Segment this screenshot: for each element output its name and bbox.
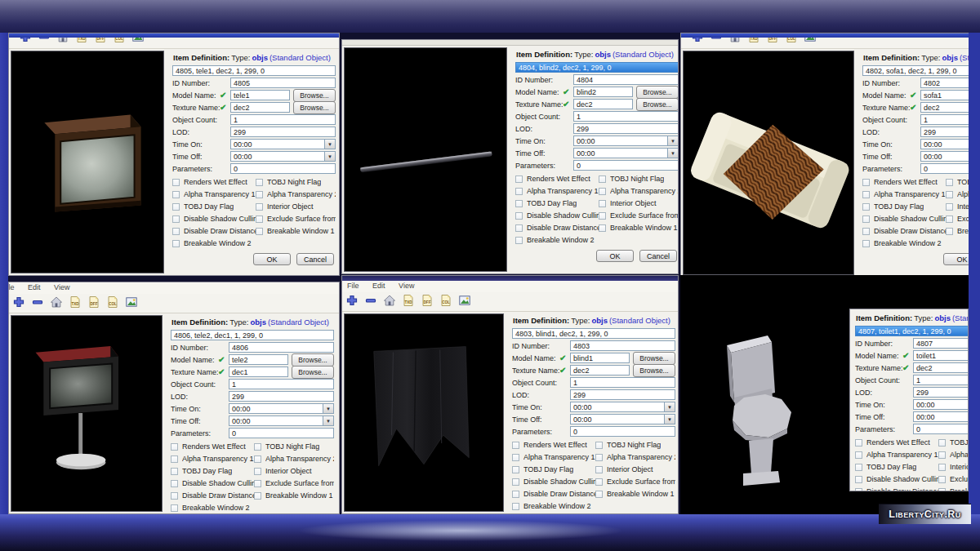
id-number-field[interactable]: 4807 [913, 338, 969, 349]
cancel-button[interactable]: Cancel [639, 250, 677, 262]
time-off-field[interactable]: 00:00 [229, 415, 323, 426]
checkbox[interactable] [256, 228, 263, 235]
checkbox[interactable] [172, 191, 180, 198]
checkbox[interactable] [515, 224, 523, 232]
add-icon[interactable] [345, 294, 359, 307]
checkbox[interactable] [938, 476, 946, 483]
col-file-icon[interactable]: COL [439, 294, 452, 307]
menu-file[interactable]: File [8, 283, 15, 291]
model-name-field[interactable]: sofa1 [920, 90, 971, 100]
browse-model-button[interactable]: Browse... [633, 352, 675, 365]
texture-name-field[interactable]: dec2 [920, 102, 971, 113]
chevron-down-icon[interactable]: ▼ [324, 151, 336, 162]
checkbox[interactable] [862, 179, 870, 186]
parameters-field[interactable]: 0 [573, 160, 679, 171]
checkbox[interactable] [254, 468, 261, 475]
time-on-field[interactable]: 00:00 [573, 136, 667, 146]
checkbox[interactable] [254, 480, 261, 487]
col-file-icon[interactable]: COL [106, 295, 119, 309]
object-count-field[interactable]: 1 [913, 375, 969, 385]
image-viewer-icon[interactable] [125, 295, 138, 309]
checkbox[interactable] [256, 191, 263, 198]
time-off-field[interactable]: 00:00 [573, 148, 667, 158]
object-count-field[interactable]: 1 [229, 379, 334, 389]
checkbox[interactable] [512, 491, 519, 498]
checkbox[interactable] [171, 443, 178, 451]
home-icon[interactable] [728, 38, 742, 43]
menu-file[interactable]: File [347, 282, 359, 290]
checkbox[interactable] [938, 451, 946, 459]
checkbox[interactable] [512, 478, 519, 486]
object-count-field[interactable]: 1 [230, 114, 336, 125]
id-number-field[interactable]: 4805 [230, 78, 336, 88]
checkbox[interactable] [515, 200, 523, 207]
checkbox[interactable] [946, 191, 953, 198]
chevron-down-icon[interactable]: ▼ [667, 148, 679, 158]
time-on-field[interactable]: 00:00 [230, 139, 324, 149]
checkbox[interactable] [595, 454, 603, 461]
texture-name-field[interactable]: dec2 [573, 99, 633, 109]
definition-string-field[interactable]: 4804, blind2, dec2, 1, 299, 0 [515, 62, 679, 73]
time-off-field[interactable]: 00:00 [913, 411, 969, 422]
browse-texture-button[interactable]: Browse... [636, 98, 679, 111]
browse-texture-button[interactable]: Browse... [292, 366, 334, 379]
id-number-field[interactable]: 4804 [573, 74, 679, 85]
checkbox[interactable] [256, 179, 263, 186]
menu-view[interactable]: View [54, 283, 69, 291]
checkbox[interactable] [599, 212, 606, 220]
checkbox[interactable] [855, 451, 862, 459]
txd-file-icon[interactable]: TXD [75, 38, 88, 43]
checkbox[interactable] [938, 488, 946, 492]
checkbox[interactable] [946, 216, 953, 223]
browse-texture-button[interactable]: Browse... [633, 364, 675, 377]
checkbox[interactable] [171, 480, 178, 487]
checkbox[interactable] [515, 237, 523, 244]
col-file-icon[interactable]: COL [785, 38, 798, 43]
parameters-field[interactable]: 0 [920, 163, 971, 174]
checkbox[interactable] [172, 203, 180, 211]
home-icon[interactable] [50, 295, 63, 309]
checkbox[interactable] [599, 176, 606, 183]
checkbox[interactable] [862, 203, 870, 211]
checkbox[interactable] [171, 455, 178, 463]
checkbox[interactable] [595, 466, 603, 473]
id-number-field[interactable]: 4806 [229, 342, 334, 353]
checkbox[interactable] [946, 203, 953, 211]
dff-file-icon[interactable]: DFF [766, 38, 779, 43]
time-on-field[interactable]: 00:00 [570, 402, 664, 412]
checkbox[interactable] [595, 442, 603, 449]
checkbox[interactable] [172, 228, 180, 235]
object-count-field[interactable]: 1 [573, 111, 679, 122]
checkbox[interactable] [855, 439, 862, 447]
chevron-down-icon[interactable]: ▼ [324, 139, 336, 149]
home-icon[interactable] [383, 294, 396, 307]
remove-icon[interactable] [710, 38, 723, 43]
checkbox[interactable] [172, 240, 180, 247]
txd-file-icon[interactable]: TXD [69, 295, 82, 309]
checkbox[interactable] [862, 191, 870, 198]
dff-file-icon[interactable]: DFF [421, 294, 434, 307]
lod-field[interactable]: 299 [229, 391, 334, 402]
remove-icon[interactable] [31, 295, 44, 309]
chevron-down-icon[interactable]: ▼ [667, 136, 679, 146]
id-number-field[interactable]: 4802 [920, 78, 971, 88]
tele2-model-viewport[interactable] [11, 315, 163, 512]
chevron-down-icon[interactable]: ▼ [664, 402, 675, 412]
lod-field[interactable]: 299 [573, 123, 679, 134]
image-viewer-icon[interactable] [458, 294, 471, 307]
sofa1-model-viewport[interactable] [683, 51, 854, 275]
definition-string-field[interactable]: 4805, tele1, dec2, 1, 299, 0 [172, 65, 336, 76]
checkbox[interactable] [855, 476, 862, 483]
checkbox[interactable] [171, 504, 178, 512]
browse-model-button[interactable]: Browse... [292, 353, 334, 367]
dff-file-icon[interactable]: DFF [87, 295, 100, 309]
lod-field[interactable]: 299 [570, 389, 675, 400]
checkbox[interactable] [256, 216, 263, 223]
texture-name-field[interactable]: dec2 [230, 102, 290, 113]
checkbox[interactable] [862, 216, 870, 223]
parameters-field[interactable]: 0 [229, 428, 334, 438]
checkbox[interactable] [254, 455, 261, 463]
checkbox[interactable] [938, 464, 946, 471]
checkbox[interactable] [512, 442, 519, 449]
image-viewer-icon[interactable] [131, 38, 145, 43]
